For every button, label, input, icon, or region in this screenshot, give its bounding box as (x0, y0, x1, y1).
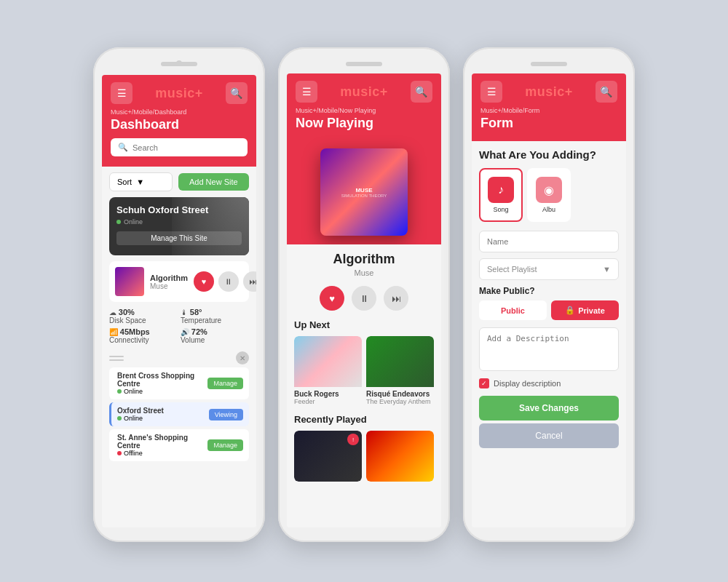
description-input[interactable] (479, 327, 619, 371)
form-type-row: ♪ Song ◉ Albu (479, 168, 619, 222)
featured-site-card: Schuh Oxford Street Online Manage This S… (109, 197, 249, 255)
sort-label: Sort (117, 178, 132, 186)
volume-icon: 🔊 (181, 328, 191, 336)
form-content: What Are You Adding? ♪ Song ◉ Albu Selec… (472, 141, 626, 527)
cancel-button[interactable]: Cancel (479, 423, 619, 448)
track-artist: Muse (150, 282, 188, 290)
sort-button[interactable]: Sort ▼ (109, 172, 173, 191)
stat-disk-space: ☁ 30% Disk Space (109, 308, 178, 324)
up-next-image (366, 336, 434, 387)
menu-button[interactable]: ☰ (111, 82, 132, 104)
logo-text: music+ (340, 84, 388, 99)
dashboard-header: ☰ music+ 🔍 Music+/Mobile/Dashboard Dashb… (102, 75, 256, 167)
track-name: Algorithm (150, 274, 188, 282)
rp-image (366, 431, 434, 482)
search-button[interactable]: 🔍 (226, 82, 248, 104)
app-logo: music+ (340, 84, 388, 100)
temp-icon: 🌡 (181, 308, 190, 316)
up-next-image (294, 336, 362, 387)
stat-temperature: 🌡 58° Temperature (181, 308, 249, 324)
add-new-site-button[interactable]: Add New Site (178, 173, 249, 191)
menu-button[interactable]: ☰ (480, 81, 502, 103)
favorite-button[interactable]: ♥ (194, 271, 214, 292)
site-card-name: Schuh Oxford Street (116, 204, 242, 215)
track-info: Algorithm Muse (150, 274, 188, 290)
name-input[interactable] (479, 231, 619, 252)
pause-button[interactable]: ⏸ (218, 271, 239, 292)
public-button[interactable]: Public (479, 300, 547, 320)
status-dot (117, 416, 122, 420)
search-icon: 🔍 (118, 143, 128, 152)
now-playing-mini: Algorithm Muse ♥ ⏸ ⏭ (109, 261, 249, 302)
status-text: Online (124, 218, 143, 226)
page-title: Form (480, 116, 617, 131)
display-desc-label: Display description (494, 379, 561, 388)
action-row: Sort ▼ Add New Site (109, 172, 249, 191)
disk-icon: ☁ (109, 308, 119, 316)
np-artist: Muse (294, 268, 434, 277)
form-screen: ☰ music+ 🔍 Music+/Mobile/Form Form What … (472, 73, 626, 527)
breadcrumb: Music+/Mobile/Now Playing (296, 107, 432, 114)
app-logo: music+ (525, 84, 573, 100)
select-placeholder: Select Playlist (487, 265, 537, 274)
private-button[interactable]: 🔒 Private (551, 300, 619, 320)
site-list-info: Oxford Street Online (117, 407, 164, 422)
page-title: Dashboard (111, 117, 248, 132)
site-list-info: Brent Cross Shopping Centre Online (117, 372, 207, 395)
recently-played-section: Recently Played ! (294, 414, 434, 482)
search-button[interactable]: 🔍 (596, 81, 617, 103)
up-next-grid: Buck Rogers Feeder Risqué Endeavors The … (294, 336, 434, 408)
type-song-label: Song (486, 206, 515, 213)
manage-site-button[interactable]: Manage This Site (116, 231, 242, 245)
stat-connectivity: 📶 45Mbps Connectivity (109, 327, 178, 344)
public-private-row: Public 🔒 Private (479, 300, 619, 320)
up-next-card: Buck Rogers Feeder (294, 336, 362, 408)
forward-button[interactable]: ⏭ (243, 271, 256, 292)
status-dot (117, 451, 122, 455)
rp-card (366, 431, 434, 482)
search-input[interactable] (132, 143, 240, 152)
album-art-section: MUSE SIMULATION THEORY (287, 141, 441, 244)
search-button[interactable]: 🔍 (411, 81, 432, 103)
stats-grid: ☁ 30% Disk Space 🌡 58° Temperature 📶 45M… (109, 308, 249, 344)
np-track-name: Algorithm (294, 252, 434, 267)
breadcrumb: Music+/Mobile/Form (480, 107, 617, 114)
dashboard-screen: ☰ music+ 🔍 Music+/Mobile/Dashboard Dashb… (102, 75, 256, 527)
type-album-card[interactable]: ◉ Albu (527, 168, 571, 222)
music-note-icon: ♪ (488, 177, 514, 203)
drag-handle[interactable] (109, 356, 124, 361)
now-playing-header: ☰ music+ 🔍 Music+/Mobile/Now Playing Now… (287, 73, 441, 141)
now-playing-content: Algorithm Muse ♥ ⏸ ⏭ Up Next Buck Rogers (287, 244, 441, 527)
up-next-section: Up Next Buck Rogers Feeder (294, 319, 434, 408)
display-desc-checkbox[interactable]: ✓ (479, 378, 489, 388)
manage-brent-button[interactable]: Manage (207, 378, 243, 389)
np-forward-button[interactable]: ⏭ (384, 286, 408, 311)
wifi-icon: 📶 (109, 328, 120, 336)
album-art-large: MUSE SIMULATION THEORY (320, 148, 408, 236)
np-pause-button[interactable]: ⏸ (352, 286, 376, 311)
make-public-label: Make Public? (479, 286, 619, 296)
dashboard-content: Sort ▼ Add New Site Schuh Oxford Street … (102, 167, 256, 527)
type-song-card[interactable]: ♪ Song (479, 168, 523, 222)
manage-stanne-button[interactable]: Manage (207, 439, 243, 451)
logo-text: music+ (155, 86, 203, 100)
sites-list: Brent Cross Shopping Centre Online Manag… (109, 367, 249, 461)
menu-button[interactable]: ☰ (296, 81, 317, 103)
viewing-oxford-button[interactable]: Viewing (209, 409, 243, 420)
status-indicator (116, 220, 121, 224)
phone-form: ☰ music+ 🔍 Music+/Mobile/Form Form What … (463, 47, 635, 542)
type-album-label: Albu (534, 206, 563, 213)
recently-played-title: Recently Played (294, 414, 434, 425)
np-favorite-button[interactable]: ♥ (320, 286, 344, 311)
playlist-select[interactable]: Select Playlist ▼ (479, 258, 619, 280)
form-question: What Are You Adding? (479, 148, 619, 161)
album-thumbnail (115, 267, 144, 296)
drag-row: ✕ (109, 350, 249, 367)
save-changes-button[interactable]: Save Changes (479, 396, 619, 420)
request-badge: ! (347, 434, 359, 445)
page-title: Now Playing (296, 116, 432, 131)
np-controls: ♥ ⏸ ⏭ (294, 286, 434, 311)
close-panel-button[interactable]: ✕ (236, 351, 249, 364)
chevron-down-icon: ▼ (136, 178, 144, 186)
search-bar: 🔍 (111, 138, 248, 156)
